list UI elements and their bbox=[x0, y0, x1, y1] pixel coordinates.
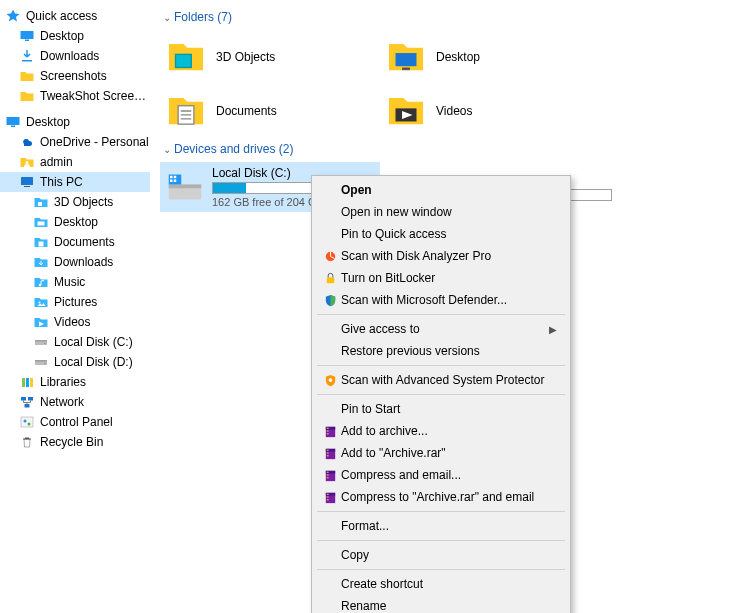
small-downloads-icon bbox=[32, 253, 50, 271]
tree-item[interactable]: Desktop bbox=[0, 112, 150, 132]
desktop-blue-icon bbox=[18, 27, 36, 45]
tree-item-label: Local Disk (C:) bbox=[54, 335, 150, 349]
folders-section-header[interactable]: ⌄ Folders (7) bbox=[160, 10, 726, 24]
menu-item[interactable]: Open in new window bbox=[315, 201, 567, 223]
network-icon bbox=[18, 393, 36, 411]
menu-item[interactable]: Scan with Microsoft Defender... bbox=[315, 289, 567, 311]
svg-rect-0 bbox=[21, 31, 34, 39]
menu-item[interactable]: Scan with Disk Analyzer Pro bbox=[315, 245, 567, 267]
menu-item-label: Scan with Advanced System Protector bbox=[341, 373, 559, 387]
tree-item[interactable]: Pictures bbox=[0, 292, 150, 312]
libraries-icon bbox=[18, 373, 36, 391]
menu-item[interactable]: Open bbox=[315, 179, 567, 201]
tree-item[interactable]: Downloads bbox=[0, 46, 150, 66]
svg-rect-28 bbox=[176, 54, 192, 67]
tree-item[interactable]: Downloads bbox=[0, 252, 150, 272]
tree-item-label: admin bbox=[40, 155, 150, 169]
tree-item[interactable]: Screenshots bbox=[0, 66, 150, 86]
tree-item-label: Local Disk (D:) bbox=[54, 355, 150, 369]
svg-rect-23 bbox=[28, 397, 33, 401]
chevron-down-icon: ⌄ bbox=[160, 144, 174, 155]
menu-item[interactable]: Create shortcut bbox=[315, 573, 567, 595]
tree-item[interactable]: Recycle Bin bbox=[0, 432, 150, 452]
menu-item-label: Add to "Archive.rar" bbox=[341, 446, 559, 460]
small-desktop-icon bbox=[32, 213, 50, 231]
svg-point-26 bbox=[24, 420, 27, 423]
folder-item[interactable]: Desktop bbox=[380, 30, 600, 84]
tree-item[interactable]: This PC bbox=[0, 172, 150, 192]
menu-item[interactable]: Give access to▶ bbox=[315, 318, 567, 340]
blank-icon bbox=[319, 203, 341, 221]
tree-item-label: Libraries bbox=[40, 375, 150, 389]
defender-icon bbox=[319, 291, 341, 309]
svg-rect-53 bbox=[326, 452, 328, 453]
tree-item[interactable]: TweakShot Screen Reco bbox=[0, 86, 150, 106]
menu-item[interactable]: Add to archive... bbox=[315, 420, 567, 442]
asp-icon bbox=[319, 371, 341, 389]
menu-item-label: Rename bbox=[341, 599, 559, 613]
menu-item[interactable]: Turn on BitLocker bbox=[315, 267, 567, 289]
svg-rect-22 bbox=[21, 397, 26, 401]
tree-item[interactable]: Libraries bbox=[0, 372, 150, 392]
svg-rect-30 bbox=[402, 68, 410, 71]
svg-rect-59 bbox=[326, 477, 328, 478]
tree-item[interactable]: admin bbox=[0, 152, 150, 172]
tree-item[interactable]: Quick access bbox=[0, 6, 150, 26]
menu-item-label: Copy bbox=[341, 548, 559, 562]
tree-item[interactable]: OneDrive - Personal bbox=[0, 132, 150, 152]
svg-rect-24 bbox=[25, 404, 30, 408]
menu-item[interactable]: Add to "Archive.rar" bbox=[315, 442, 567, 464]
tree-item[interactable]: Local Disk (D:) bbox=[0, 352, 150, 372]
rar-icon bbox=[319, 466, 341, 484]
svg-point-12 bbox=[39, 302, 41, 304]
svg-rect-8 bbox=[38, 202, 42, 206]
menu-item-label: Open in new window bbox=[341, 205, 559, 219]
svg-point-18 bbox=[44, 363, 45, 364]
folder-label: Documents bbox=[216, 104, 277, 118]
tree-item[interactable]: Music bbox=[0, 272, 150, 292]
menu-item[interactable]: Rename bbox=[315, 595, 567, 613]
big-videos-icon bbox=[384, 89, 428, 133]
tree-item[interactable]: Network bbox=[0, 392, 150, 412]
menu-item[interactable]: Copy bbox=[315, 544, 567, 566]
desktop-blue-icon bbox=[4, 113, 22, 131]
menu-item[interactable]: Compress to "Archive.rar" and email bbox=[315, 486, 567, 508]
drives-section-header[interactable]: ⌄ Devices and drives (2) bbox=[160, 142, 726, 156]
menu-separator bbox=[317, 569, 565, 570]
tree-item-label: Downloads bbox=[40, 49, 150, 63]
folder-item[interactable]: 3D Objects bbox=[160, 30, 380, 84]
blank-icon bbox=[319, 320, 341, 338]
svg-rect-34 bbox=[169, 185, 202, 189]
svg-rect-38 bbox=[170, 180, 173, 183]
tree-item[interactable]: Documents bbox=[0, 232, 150, 252]
blank-icon bbox=[319, 517, 341, 535]
small-drive-icon bbox=[32, 353, 50, 371]
svg-rect-47 bbox=[326, 427, 328, 428]
menu-item[interactable]: Pin to Start bbox=[315, 398, 567, 420]
small-pictures-icon bbox=[32, 293, 50, 311]
tree-item[interactable]: Desktop bbox=[0, 26, 150, 46]
svg-rect-57 bbox=[326, 471, 328, 472]
blank-icon bbox=[319, 575, 341, 593]
tree-item[interactable]: Videos bbox=[0, 312, 150, 332]
folder-item[interactable]: Videos bbox=[380, 84, 600, 138]
tree-item[interactable]: 3D Objects bbox=[0, 192, 150, 212]
menu-item-label: Create shortcut bbox=[341, 577, 559, 591]
menu-item[interactable]: Format... bbox=[315, 515, 567, 537]
menu-item[interactable]: Scan with Advanced System Protector bbox=[315, 369, 567, 391]
menu-item[interactable]: Pin to Quick access bbox=[315, 223, 567, 245]
menu-item[interactable]: Restore previous versions bbox=[315, 340, 567, 362]
svg-rect-14 bbox=[35, 340, 47, 342]
tree-item[interactable]: Control Panel bbox=[0, 412, 150, 432]
tree-item[interactable]: Desktop bbox=[0, 212, 150, 232]
menu-item[interactable]: Compress and email... bbox=[315, 464, 567, 486]
svg-rect-63 bbox=[326, 496, 328, 497]
svg-point-44 bbox=[328, 378, 332, 382]
svg-rect-4 bbox=[11, 126, 15, 128]
svg-rect-19 bbox=[22, 378, 25, 387]
tree-item[interactable]: Local Disk (C:) bbox=[0, 332, 150, 352]
folder-item[interactable]: Documents bbox=[160, 84, 380, 138]
tree-item-label: Recycle Bin bbox=[40, 435, 150, 449]
menu-item-label: Scan with Disk Analyzer Pro bbox=[341, 249, 559, 263]
svg-rect-21 bbox=[30, 378, 33, 387]
